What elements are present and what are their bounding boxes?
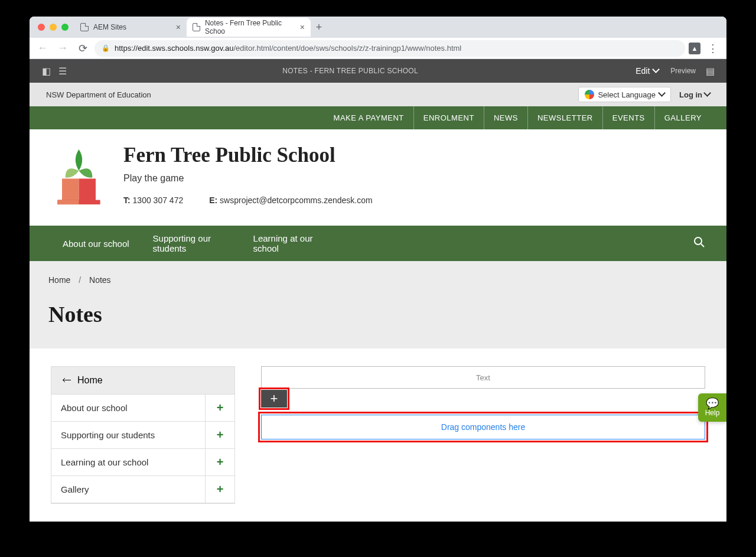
breadcrumb: Home / Notes [48, 275, 708, 285]
phone-value: 1300 307 472 [133, 196, 184, 205]
browser-tab-bar: AEM Sites × Notes - Fern Tree Public Sch… [30, 17, 726, 38]
aem-page-title: NOTES - FERN TREE PUBLIC SCHOOL [71, 67, 630, 75]
url-path: /editor.html/content/doe/sws/schools/z/z… [233, 44, 461, 53]
link-gallery[interactable]: GALLERY [654, 106, 711, 129]
sidenav-item-gallery[interactable]: Gallery + [51, 476, 234, 503]
breadcrumb-section: Home / Notes Notes [30, 261, 726, 348]
add-component-button[interactable]: + [261, 390, 287, 408]
sidenav-item-about[interactable]: About our school + [51, 395, 234, 422]
page-content: NSW Department of Education Select Langu… [30, 83, 726, 522]
page-info-icon[interactable]: ☰ [54, 66, 71, 77]
edit-mode-button[interactable]: Edit [630, 66, 664, 76]
link-events[interactable]: EVENTS [602, 106, 654, 129]
drop-zone[interactable]: Drag components here [261, 415, 705, 439]
side-navigation: 🡐 Home About our school + Supporting our… [51, 366, 235, 504]
editor-area: Text + Drag components here [261, 366, 705, 439]
department-bar: NSW Department of Education Select Langu… [30, 83, 726, 106]
preview-button[interactable]: Preview [664, 67, 702, 75]
link-news[interactable]: NEWS [484, 106, 527, 129]
browser-tab-notes[interactable]: Notes - Fern Tree Public Schoo × [187, 18, 311, 37]
svg-line-5 [701, 244, 704, 247]
window-controls [34, 24, 74, 31]
tab-title: AEM Sites [93, 23, 126, 31]
department-name: NSW Department of Education [46, 90, 151, 99]
link-newsletter[interactable]: NEWSLETTER [527, 106, 602, 129]
chat-icon: 💬 [698, 398, 726, 409]
close-window-button[interactable] [38, 24, 45, 31]
top-quick-links: MAKE A PAYMENT ENROLMENT NEWS NEWSLETTER… [30, 106, 726, 129]
nav-supporting[interactable]: Supporting our students [141, 226, 242, 261]
address-bar: ← → ⟳ 🔒 https://edit.sws.schools.nsw.gov… [30, 38, 726, 59]
sidenav-label: About our school [51, 395, 205, 421]
link-make-payment[interactable]: MAKE A PAYMENT [324, 106, 413, 129]
nav-about[interactable]: About our school [51, 231, 141, 256]
reload-button[interactable]: ⟳ [74, 40, 91, 57]
minimize-window-button[interactable] [50, 24, 57, 31]
site-header: Fern Tree Public School Play the game T:… [30, 129, 726, 226]
browser-tab-aem-sites[interactable]: AEM Sites × [74, 18, 187, 37]
sidenav-item-learning[interactable]: Learning at our school + [51, 449, 234, 476]
page-title: Notes [48, 301, 708, 327]
close-tab-icon[interactable]: × [300, 22, 305, 32]
svg-point-4 [695, 237, 702, 245]
school-name: Fern Tree Public School [123, 144, 373, 167]
school-motto: Play the game [123, 173, 373, 184]
nav-learning[interactable]: Learning at our school [242, 226, 342, 261]
close-tab-icon[interactable]: × [176, 22, 181, 32]
help-tab[interactable]: 💬 Help [698, 393, 726, 422]
sidenav-home[interactable]: 🡐 Home [51, 367, 234, 395]
main-nav: About our school Supporting our students… [30, 226, 726, 261]
lock-icon: 🔒 [102, 44, 110, 52]
chevron-down-icon [659, 90, 664, 99]
search-icon[interactable] [693, 236, 705, 251]
svg-rect-1 [79, 178, 96, 202]
url-input[interactable]: 🔒 https://edit.sws.schools.nsw.gov.au/ed… [94, 40, 685, 57]
expand-icon[interactable]: + [205, 476, 234, 503]
expand-icon[interactable]: + [205, 422, 234, 448]
maximize-window-button[interactable] [61, 24, 69, 31]
login-link[interactable]: Log in [679, 90, 710, 99]
sidenav-label: Learning at our school [51, 449, 205, 475]
school-logo [51, 144, 107, 214]
url-host: https://edit.sws.schools.nsw.gov.au [115, 44, 233, 53]
browser-menu-icon[interactable]: ⋮ [704, 42, 722, 55]
sidenav-item-supporting[interactable]: Supporting our students + [51, 422, 234, 449]
arrow-left-icon: 🡐 [62, 375, 71, 386]
tab-title: Notes - Fern Tree Public Schoo [205, 19, 295, 35]
phone-label: T: [123, 196, 131, 205]
profile-icon[interactable]: ▲ [689, 43, 700, 54]
help-label: Help [698, 409, 726, 417]
google-translate-icon [585, 90, 594, 99]
edit-label: Edit [636, 66, 650, 76]
breadcrumb-separator: / [79, 275, 81, 285]
back-button[interactable]: ← [34, 40, 51, 57]
language-label: Select Language [598, 90, 656, 99]
breadcrumb-current: Notes [89, 275, 111, 285]
svg-rect-0 [62, 178, 79, 202]
sidenav-label: Gallery [51, 476, 205, 503]
file-icon [80, 23, 89, 31]
aem-toolbar: ◧ ☰ NOTES - FERN TREE PUBLIC SCHOOL Edit… [30, 59, 726, 83]
language-select[interactable]: Select Language [578, 87, 671, 102]
annotate-icon[interactable]: ▤ [702, 66, 718, 77]
chevron-down-icon [653, 66, 659, 76]
email-label: E: [209, 196, 217, 205]
svg-rect-3 [57, 200, 79, 205]
breadcrumb-home[interactable]: Home [48, 275, 70, 285]
email-value: swsproject@detcorpcomms.zendesk.com [220, 196, 373, 205]
expand-icon[interactable]: + [205, 449, 234, 475]
forward-button[interactable]: → [54, 40, 71, 57]
new-tab-button[interactable]: + [311, 19, 327, 35]
side-panel-icon[interactable]: ◧ [38, 66, 54, 77]
sidenav-label: Supporting our students [51, 422, 205, 448]
login-label: Log in [679, 90, 702, 99]
text-component-placeholder[interactable]: Text [261, 366, 705, 389]
chevron-down-icon [705, 90, 710, 99]
link-enrolment[interactable]: ENROLMENT [413, 106, 484, 129]
file-icon [193, 23, 200, 31]
expand-icon[interactable]: + [205, 395, 234, 421]
sidenav-home-label: Home [77, 375, 103, 386]
